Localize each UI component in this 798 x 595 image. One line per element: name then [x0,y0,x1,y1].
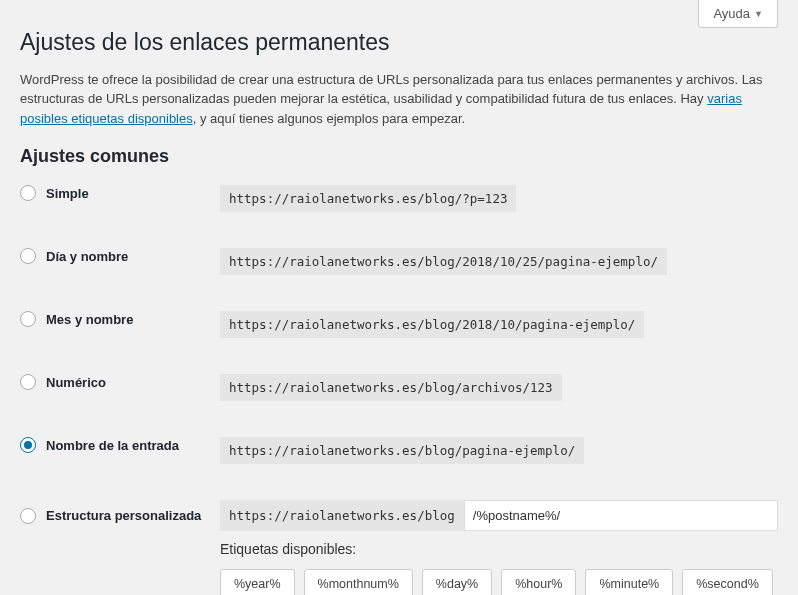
option-postname-example: https://raiolanetworks.es/blog/pagina-ej… [220,437,584,464]
option-day-name-example: https://raiolanetworks.es/blog/2018/10/2… [220,248,667,275]
option-postname-label: Nombre de la entrada [46,438,179,453]
radio-month-name[interactable] [20,311,36,327]
radio-simple[interactable] [20,185,36,201]
option-day-name-label: Día y nombre [46,249,128,264]
option-simple[interactable]: Simple [20,185,220,201]
custom-prefix: https://raiolanetworks.es/blog [220,500,464,531]
radio-day-name[interactable] [20,248,36,264]
page-title: Ajustes de los enlaces permanentes [20,28,778,58]
radio-postname[interactable] [20,437,36,453]
option-simple-label: Simple [46,186,89,201]
tag-hour[interactable]: %hour% [501,569,576,595]
option-simple-example: https://raiolanetworks.es/blog/?p=123 [220,185,516,212]
option-numeric-label: Numérico [46,375,106,390]
option-numeric[interactable]: Numérico [20,374,220,390]
radio-custom[interactable] [20,508,36,524]
option-postname[interactable]: Nombre de la entrada [20,437,220,453]
option-month-name[interactable]: Mes y nombre [20,311,220,327]
tag-second[interactable]: %second% [682,569,773,595]
tag-minute[interactable]: %minute% [585,569,673,595]
description-post: , y aquí tienes algunos ejemplos para em… [193,111,465,126]
help-label: Ayuda [713,6,750,21]
available-tags-label: Etiquetas disponibles: [220,541,778,557]
tag-day[interactable]: %day% [422,569,492,595]
chevron-down-icon: ▼ [754,9,763,19]
option-month-name-label: Mes y nombre [46,312,133,327]
help-button[interactable]: Ayuda ▼ [698,0,778,28]
option-month-name-example: https://raiolanetworks.es/blog/2018/10/p… [220,311,644,338]
tag-year[interactable]: %year% [220,569,295,595]
page-description: WordPress te ofrece la posibilidad de cr… [20,70,778,129]
description-pre: WordPress te ofrece la posibilidad de cr… [20,72,763,107]
option-custom[interactable]: Estructura personalizada [20,508,220,524]
custom-structure-input[interactable] [464,500,778,531]
radio-numeric[interactable] [20,374,36,390]
option-day-name[interactable]: Día y nombre [20,248,220,264]
section-title: Ajustes comunes [20,146,778,167]
tag-monthnum[interactable]: %monthnum% [304,569,413,595]
option-custom-label: Estructura personalizada [46,508,201,523]
option-numeric-example: https://raiolanetworks.es/blog/archivos/… [220,374,562,401]
